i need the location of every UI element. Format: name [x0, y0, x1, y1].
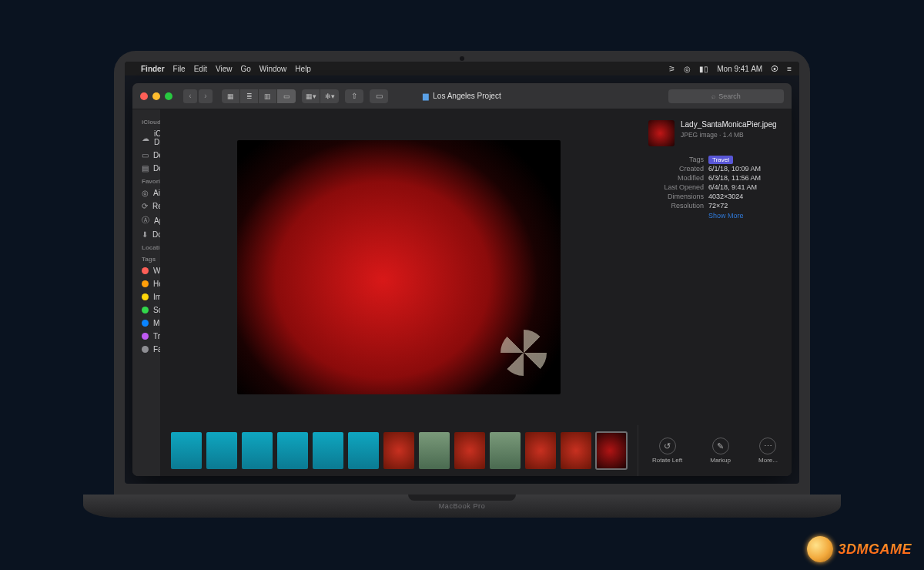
view-gallery-button[interactable]: ▭ [277, 89, 296, 103]
group-by-button[interactable]: ▦▾ [302, 89, 320, 103]
screen: Finder File Edit View Go Window Help ⚞ ◎… [125, 62, 799, 484]
close-button[interactable] [140, 92, 148, 100]
menu-view[interactable]: View [216, 65, 233, 73]
menu-window[interactable]: Window [259, 65, 287, 73]
menu-go[interactable]: Go [240, 65, 250, 73]
thumbnail-7[interactable] [419, 432, 450, 469]
action-icon: ↺ [659, 438, 676, 454]
info-label: Dimensions [648, 193, 704, 200]
sidebar-item-home[interactable]: Home [132, 277, 160, 290]
info-row: Last Opened6/4/18, 9:41 AM [648, 183, 781, 191]
back-button[interactable]: ‹ [183, 89, 197, 103]
sidebar-item-label: Applications [154, 216, 160, 225]
thumbnail-3[interactable] [277, 432, 308, 469]
view-column-button[interactable]: ▥ [259, 89, 277, 103]
menu-help[interactable]: Help [295, 65, 311, 73]
info-label: Resolution [648, 202, 704, 210]
minimize-button[interactable] [152, 92, 160, 100]
action-markup[interactable]: ✎Markup [710, 438, 731, 464]
thumbnail-6[interactable] [383, 432, 414, 469]
action-menu-button[interactable]: ✻▾ [320, 89, 339, 103]
view-mode-group: ▦ ≣ ▥ ▭ [222, 89, 296, 103]
info-panel: Lady_SantaMonicaPier.jpeg JPEG image · 1… [638, 109, 792, 425]
sidebar-item-label: iCloud Drive [154, 129, 160, 146]
sidebar-item-downloads[interactable]: ⬇Downloads [132, 228, 160, 241]
view-list-button[interactable]: ≣ [240, 89, 259, 103]
thumbnail-2[interactable] [242, 432, 273, 469]
sidebar-item-work[interactable]: Work [132, 264, 160, 277]
sidebar-item-label: Music [153, 319, 160, 327]
sidebar: iCloud☁iCloud Drive▭Desktop▤DocumentsFav… [132, 109, 160, 476]
view-icon-button[interactable]: ▦ [222, 89, 240, 103]
info-value: 72×72 [708, 202, 728, 210]
menubar-app[interactable]: Finder [141, 65, 165, 73]
laptop-frame: Finder File Edit View Go Window Help ⚞ ◎… [114, 51, 810, 495]
info-row: Resolution72×72 [648, 202, 781, 210]
sidebar-item-applications[interactable]: ⒶApplications [132, 213, 160, 228]
sidebar-item-label: Home [153, 280, 160, 288]
sidebar-header: iCloud [132, 116, 160, 127]
sidebar-item-airdrop[interactable]: ◎AirDrop [132, 186, 160, 200]
thumbnail-5[interactable] [348, 432, 379, 469]
sidebar-header: Tags [132, 253, 160, 264]
spotlight-icon[interactable]: ⦿ [771, 65, 778, 73]
search-field[interactable]: ⌕ Search [668, 89, 784, 103]
sidebar-item-music[interactable]: Music [132, 317, 160, 330]
preview-pane [160, 109, 638, 425]
action-icon: ✎ [712, 438, 729, 454]
info-value: Travel [708, 156, 733, 163]
sidebar-item-important[interactable]: Important [132, 290, 160, 303]
info-label: Created [648, 165, 704, 173]
sidebar-item-travel[interactable]: Travel [132, 330, 160, 343]
info-value: 6/1/18, 10:09 AM [708, 165, 761, 173]
thumbnail-8[interactable] [454, 432, 485, 469]
sidebar-item-label: Desktop [153, 151, 160, 159]
airdrop-icon: ◎ [142, 189, 149, 197]
main-content: Lady_SantaMonicaPier.jpeg JPEG image · 1… [160, 109, 792, 476]
thumbnail-0[interactable] [171, 432, 202, 469]
window-title: ▆ Los Angeles Project [423, 92, 500, 100]
sidebar-item-label: Downloads [152, 230, 160, 239]
control-center-icon[interactable]: ◎ [684, 65, 691, 73]
thumbnail-10[interactable] [525, 432, 556, 469]
sidebar-item-school[interactable]: School [132, 303, 160, 317]
watermark-text: 3DMGAME [838, 542, 912, 558]
tag-dot-icon [142, 267, 149, 274]
preview-image[interactable] [237, 140, 561, 394]
notifications-icon[interactable]: ≡ [787, 65, 792, 73]
thumbnail-11[interactable] [561, 432, 591, 469]
forward-button[interactable]: › [199, 89, 213, 103]
zoom-button[interactable] [165, 92, 172, 100]
desktop-icon: ▭ [142, 151, 149, 159]
sidebar-item-documents[interactable]: ▤Documents [132, 162, 160, 175]
menubar-clock[interactable]: Mon 9:41 AM [717, 65, 762, 73]
menu-file[interactable]: File [173, 65, 186, 73]
thumbnail-4[interactable] [313, 432, 343, 469]
titlebar: ‹ › ▦ ≣ ▥ ▭ ▦▾ ✻▾ ⇧ ▭ ▆ Los Angeles Proj [132, 83, 792, 109]
menu-edit[interactable]: Edit [194, 65, 207, 73]
tag-dot-icon [142, 293, 149, 300]
show-more-link[interactable]: Show More [708, 212, 781, 220]
thumbnail-12[interactable] [596, 432, 627, 469]
sidebar-item-family[interactable]: Family [132, 343, 160, 356]
sidebar-item-icloud-drive[interactable]: ☁iCloud Drive [132, 127, 160, 149]
wifi-icon[interactable]: ⚞ [668, 65, 675, 73]
sidebar-item-desktop[interactable]: ▭Desktop [132, 149, 160, 162]
thumbnail-1[interactable] [206, 432, 237, 469]
action-more-[interactable]: ⋯More... [758, 438, 778, 464]
tags-button[interactable]: ▭ [370, 89, 388, 103]
action-label: Rotate Left [652, 457, 682, 464]
thumbnail-9[interactable] [490, 432, 521, 469]
search-placeholder: Search [718, 92, 741, 100]
clock-icon: ⟳ [142, 202, 148, 210]
window-title-text: Los Angeles Project [433, 92, 500, 100]
share-button[interactable]: ⇧ [345, 89, 363, 103]
finder-window: ‹ › ▦ ≣ ▥ ▭ ▦▾ ✻▾ ⇧ ▭ ▆ Los Angeles Proj [132, 83, 792, 476]
battery-icon[interactable]: ▮▯ [699, 65, 708, 73]
action-rotate-left[interactable]: ↺Rotate Left [652, 438, 682, 464]
info-thumbnail [648, 120, 675, 146]
info-row: Modified6/3/18, 11:56 AM [648, 174, 781, 182]
tag-dot-icon [142, 280, 149, 287]
app-icon: Ⓐ [142, 215, 149, 226]
sidebar-item-recents[interactable]: ⟳Recents [132, 200, 160, 213]
